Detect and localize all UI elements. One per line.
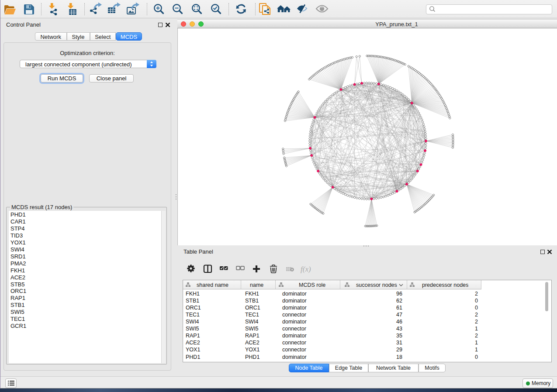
svg-text:predecessor nodes: predecessor nodes (422, 282, 468, 288)
svg-text:MCDS role: MCDS role (299, 282, 325, 288)
svg-text:shared name: shared name (197, 282, 228, 288)
svg-text:successor nodes: successor nodes (356, 282, 397, 288)
svg-text:f(x): f(x) (301, 265, 311, 273)
svg-text:name: name (250, 282, 263, 288)
